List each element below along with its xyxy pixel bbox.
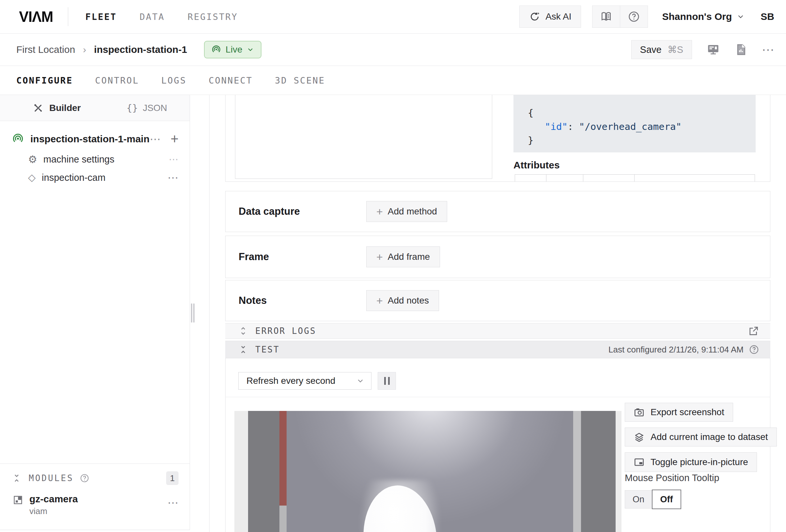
button-label: Toggle picture-in-picture [650,457,748,467]
viam-app: VIΛM FLEET DATA REGISTRY Ask AI [0,0,786,532]
pause-refresh-button[interactable] [378,372,396,390]
add-frame-button[interactable]: + Add frame [366,247,440,267]
mouse-tooltip-label: Mouse Position Tooltip [625,472,719,483]
layers-icon [633,432,645,443]
org-name: Shannon's Org [662,11,732,22]
builder-label: Builder [49,103,80,113]
module-name: gz-camera [29,492,78,506]
tree-item-inspection-cam[interactable]: ◇ inspection-cam ⋯ [0,168,190,187]
test-header[interactable]: TEST Last configured 2/11/26, 9:11:04 AM [225,341,770,358]
tree-item-machine-settings[interactable]: ⚙ machine settings ⋯ [0,150,190,169]
part-menu-icon[interactable]: ⋯ [149,137,161,141]
divider [225,397,770,397]
add-notes-button[interactable]: + Add notes [366,290,439,311]
tab-configure[interactable]: CONFIGURE [16,75,73,86]
machine-dashboard-icon[interactable] [707,43,720,56]
data-capture-section: Data capture + Add method [225,191,770,232]
refresh-rate-select[interactable]: Refresh every second [238,372,371,390]
attributes-heading: Attributes [513,160,560,171]
config-input-panel [235,95,492,179]
user-avatar[interactable]: SB [761,11,774,22]
ask-ai-button[interactable]: Ask AI [519,5,581,28]
help-icon[interactable] [79,473,89,483]
machine-name: inspection-station-1 [94,44,187,55]
machine-part-icon [12,133,24,145]
tab-3d-scene[interactable]: 3D SCENE [275,75,325,86]
mouse-tooltip-toggle: On Off [625,490,681,509]
chevron-down-icon [736,13,745,21]
json-mode-button[interactable]: {} JSON [126,102,167,114]
help-icon[interactable] [620,6,648,27]
section-label: Frame [239,251,269,263]
status-badge: Live [226,44,242,55]
collapse-icon[interactable] [12,473,22,483]
ai-refresh-sparkle-icon [529,11,540,23]
tree-item-label: machine settings [43,154,115,165]
docs-book-icon[interactable] [593,6,620,27]
more-actions-icon[interactable]: ⋯ [762,46,774,53]
tooltip-on-button[interactable]: On [625,490,652,509]
machine-bar-actions: Save ⌘S ⋯ [631,40,774,59]
plus-icon: + [376,207,383,216]
item-menu-icon[interactable]: ⋯ [169,158,179,161]
save-button[interactable]: Save ⌘S [631,40,692,59]
tooltip-off-button[interactable]: Off [652,490,681,509]
tab-logs[interactable]: LOGS [161,75,186,86]
button-label: Add method [388,206,437,217]
collapse-icon[interactable] [238,345,248,354]
attributes-table [515,174,755,182]
add-component-icon[interactable]: + [170,134,179,144]
tab-connect[interactable]: CONNECT [209,75,253,86]
breadcrumb-location[interactable]: First Location [16,44,75,55]
button-label: Export screenshot [650,407,724,417]
test-title: TEST [255,345,280,354]
component-config-card: { "id": "/overhead_camera" } Attributes [225,95,770,182]
tools-icon [33,102,44,114]
plus-icon: + [376,253,383,261]
camera-feed-image[interactable] [234,411,622,532]
module-menu-icon[interactable]: ⋯ [167,501,179,517]
open-in-new-icon[interactable] [748,325,759,337]
module-icon [13,494,23,506]
attributes-json-editor[interactable]: { "id": "/overhead_camera" } [513,95,756,153]
modules-count-badge: 1 [166,471,179,485]
gear-icon: ⚙ [28,154,37,164]
camera-scene-stripe-base [279,506,286,532]
toggle-pip-button[interactable]: Toggle picture-in-picture [625,453,757,472]
notes-section: Notes + Add notes [225,280,770,321]
module-item-gz-camera[interactable]: gz-camera viam ⋯ [0,492,190,517]
camera-scene-column [581,411,616,532]
machine-status-dropdown[interactable]: Live [204,41,261,59]
nav-fleet[interactable]: FLEET [85,12,117,22]
org-switcher[interactable]: Shannon's Org [662,11,745,22]
camera-icon [633,407,645,418]
builder-json-toggle: Builder {} JSON [0,95,190,121]
expand-icon[interactable] [238,326,248,336]
code-line: } [528,134,756,147]
button-label: Add current image to dataset [650,432,768,442]
module-publisher: viam [29,506,78,517]
top-bar-right: Ask AI [519,5,774,28]
nav-data[interactable]: DATA [140,12,165,22]
machine-report-icon[interactable] [735,43,747,56]
error-logs-header[interactable]: ERROR LOGS [225,323,770,339]
section-label: Notes [239,295,267,306]
viam-logo[interactable]: VIΛM [19,8,53,25]
item-menu-icon[interactable]: ⋯ [167,176,179,179]
help-group [592,5,648,28]
export-screenshot-button[interactable]: Export screenshot [625,403,733,422]
tree-item-label: inspection-cam [42,172,106,183]
nav-registry[interactable]: REGISTRY [188,12,238,22]
tab-control[interactable]: CONTROL [95,75,139,86]
add-to-dataset-button[interactable]: Add current image to dataset [625,427,777,446]
json-label: JSON [143,103,167,113]
broadcast-icon [211,45,221,55]
add-method-button[interactable]: + Add method [366,201,447,222]
save-shortcut: ⌘S [668,44,683,55]
builder-mode-button[interactable]: Builder [33,102,80,114]
help-icon[interactable] [749,344,759,355]
chevron-down-icon [356,377,365,385]
picture-in-picture-icon [633,457,645,468]
tree-item-machine-main[interactable]: inspection-station-1-main ⋯ + [0,126,190,152]
sidebar-resize-handle[interactable] [191,303,194,322]
